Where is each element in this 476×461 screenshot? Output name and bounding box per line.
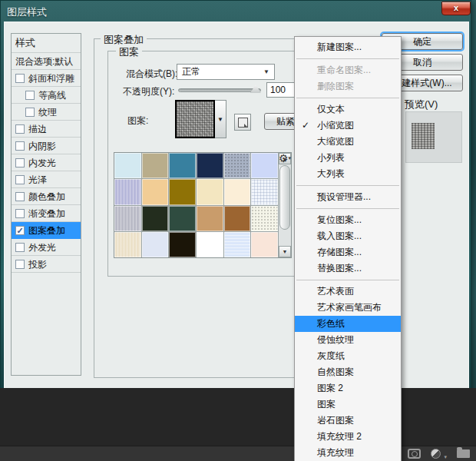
menu-item-21[interactable]: 侵蚀纹理 bbox=[295, 332, 401, 348]
menu-item-6[interactable]: ✓小缩览图 bbox=[295, 118, 401, 134]
menu-item-label: 岩石图案 bbox=[317, 415, 354, 426]
menu-item-14[interactable]: 载入图案... bbox=[295, 228, 401, 244]
sidebar-item-label: 内阴影 bbox=[28, 138, 56, 154]
style-checkbox[interactable] bbox=[15, 192, 25, 201]
pattern-swatch-8[interactable] bbox=[169, 179, 196, 204]
sidebar-item-2[interactable]: 纹理 bbox=[12, 104, 81, 121]
pattern-swatch-23[interactable] bbox=[251, 232, 278, 257]
menu-item-7[interactable]: 大缩览图 bbox=[295, 134, 401, 150]
sidebar-item-blend-options[interactable]: 混合选项:默认 bbox=[12, 53, 81, 70]
group-folder-icon[interactable] bbox=[457, 449, 470, 458]
sidebar-header-styles[interactable]: 样式 bbox=[12, 34, 81, 53]
pattern-swatch-20[interactable] bbox=[169, 232, 196, 257]
style-checkbox[interactable] bbox=[15, 141, 25, 151]
pattern-swatch-9[interactable] bbox=[197, 179, 223, 204]
scroll-down-icon[interactable]: ▼ bbox=[279, 246, 291, 257]
sidebar-item-7[interactable]: 颜色叠加 bbox=[12, 188, 81, 205]
menu-item-9[interactable]: 大列表 bbox=[295, 166, 401, 182]
menu-item-label: 艺术家画笔画布 bbox=[317, 302, 382, 313]
pattern-swatch-0[interactable] bbox=[114, 153, 141, 178]
pattern-swatch-11[interactable] bbox=[251, 179, 278, 204]
menu-item-28[interactable]: 填充纹理 bbox=[295, 445, 401, 461]
pattern-swatch-16[interactable] bbox=[224, 206, 251, 231]
menu-item-16[interactable]: 替换图案... bbox=[295, 260, 401, 277]
sidebar-item-8[interactable]: 渐变叠加 bbox=[12, 205, 81, 222]
sidebar-item-11[interactable]: 投影 bbox=[12, 256, 81, 273]
sidebar-item-label: 斜面和浮雕 bbox=[28, 70, 74, 87]
opacity-value-field[interactable]: 100 bbox=[266, 82, 296, 98]
menu-item-8[interactable]: 小列表 bbox=[295, 150, 401, 166]
pattern-swatch-17[interactable] bbox=[251, 206, 278, 231]
menu-item-label: 彩色纸 bbox=[317, 318, 345, 329]
pattern-swatch-15[interactable] bbox=[197, 206, 223, 231]
style-checkbox[interactable] bbox=[15, 209, 25, 218]
opacity-slider-track[interactable] bbox=[178, 88, 261, 92]
pattern-swatch-12[interactable] bbox=[114, 206, 141, 231]
sidebar-item-6[interactable]: 光泽 bbox=[12, 171, 81, 188]
menu-item-5[interactable]: 仅文本 bbox=[295, 101, 401, 118]
checkmark-icon: ✓ bbox=[302, 118, 309, 134]
scrollbar-thumb[interactable] bbox=[279, 165, 290, 230]
sidebar-item-9[interactable]: ✓图案叠加 bbox=[12, 222, 81, 239]
menu-item-0[interactable]: 新建图案... bbox=[295, 39, 401, 55]
style-checkbox[interactable] bbox=[25, 91, 35, 100]
style-checkbox[interactable] bbox=[15, 260, 25, 269]
style-checkbox[interactable] bbox=[15, 243, 25, 252]
style-checkbox[interactable] bbox=[15, 158, 25, 167]
menu-item-13[interactable]: 复位图案... bbox=[295, 212, 401, 228]
menu-item-23[interactable]: 自然图案 bbox=[295, 364, 401, 380]
close-button[interactable]: x bbox=[441, 2, 471, 15]
menu-item-15[interactable]: 存储图案... bbox=[295, 244, 401, 260]
pattern-swatch-19[interactable] bbox=[142, 232, 169, 257]
blend-mode-select[interactable]: 正常 ▼ bbox=[177, 64, 275, 80]
menu-item-11[interactable]: 预设管理器... bbox=[295, 189, 401, 205]
pattern-swatch-6[interactable] bbox=[114, 179, 141, 204]
menu-item-24[interactable]: 图案 2 bbox=[295, 380, 401, 396]
pattern-swatch-13[interactable] bbox=[142, 206, 169, 231]
menu-item-18[interactable]: 艺术表面 bbox=[295, 284, 401, 300]
sidebar-item-3[interactable]: 描边 bbox=[12, 121, 81, 138]
sidebar-item-10[interactable]: 外发光 bbox=[12, 239, 81, 256]
pattern-swatch-3[interactable] bbox=[197, 153, 223, 178]
current-pattern-thumbnail[interactable] bbox=[175, 100, 215, 138]
menu-item-26[interactable]: 岩石图案 bbox=[295, 413, 401, 429]
menu-item-25[interactable]: 图案 bbox=[295, 396, 401, 413]
menu-item-label: 填充纹理 2 bbox=[317, 431, 362, 442]
pattern-swatch-7[interactable] bbox=[142, 179, 169, 204]
menu-separator bbox=[296, 185, 399, 186]
panel-menu-button[interactable]: ⚙▾ bbox=[279, 153, 291, 164]
sidebar-item-4[interactable]: 内阴影 bbox=[12, 138, 81, 154]
style-checkbox[interactable] bbox=[15, 74, 25, 83]
style-checkbox[interactable]: ✓ bbox=[15, 226, 25, 235]
new-pattern-button[interactable] bbox=[234, 114, 251, 131]
dialog-titlebar[interactable]: 图层样式 bbox=[1, 1, 472, 22]
sidebar-item-1[interactable]: 等高线 bbox=[12, 87, 81, 104]
layer-mask-icon[interactable] bbox=[408, 449, 421, 459]
pattern-swatch-10[interactable] bbox=[224, 179, 251, 204]
sidebar-item-0[interactable]: 斜面和浮雕 bbox=[12, 70, 81, 87]
style-checkbox[interactable] bbox=[15, 124, 25, 134]
sidebar-item-5[interactable]: 内发光 bbox=[12, 154, 81, 171]
menu-item-22[interactable]: 灰度纸 bbox=[295, 348, 401, 364]
style-checkbox[interactable] bbox=[15, 175, 25, 184]
menu-item-20[interactable]: 彩色纸 bbox=[295, 316, 401, 332]
pattern-dropdown-button[interactable]: ▼ bbox=[215, 100, 226, 138]
sidebar-item-label: 光泽 bbox=[28, 171, 47, 188]
pattern-swatch-18[interactable] bbox=[114, 232, 141, 257]
menu-item-label: 图案 bbox=[317, 399, 336, 410]
pattern-swatch-2[interactable] bbox=[169, 153, 196, 178]
adjustment-layer-icon[interactable] bbox=[431, 449, 441, 459]
pattern-swatch-14[interactable] bbox=[169, 206, 196, 231]
pattern-swatch-22[interactable] bbox=[224, 232, 251, 257]
pattern-swatch-4[interactable] bbox=[224, 153, 251, 178]
swatch-scrollbar: ▲ ▼ bbox=[279, 153, 291, 257]
scrollbar-track[interactable] bbox=[279, 230, 291, 246]
menu-item-label: 存储图案... bbox=[317, 247, 362, 257]
pattern-swatch-1[interactable] bbox=[142, 153, 169, 178]
pattern-swatch-5[interactable] bbox=[251, 153, 278, 178]
menu-item-19[interactable]: 艺术家画笔画布 bbox=[295, 300, 401, 316]
style-checkbox[interactable] bbox=[25, 108, 35, 117]
pattern-swatch-21[interactable] bbox=[197, 232, 223, 257]
menu-item-27[interactable]: 填充纹理 2 bbox=[295, 429, 401, 445]
chevron-down-icon: ▾ bbox=[289, 155, 292, 161]
